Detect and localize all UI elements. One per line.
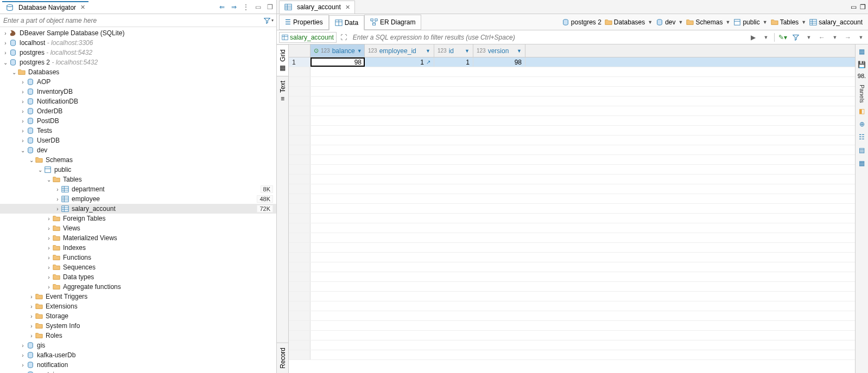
- tree-item-department[interactable]: department8K: [0, 184, 276, 194]
- cell-id[interactable]: 1: [434, 57, 473, 67]
- tree-arrow-icon[interactable]: [37, 167, 43, 173]
- tree-arrow-icon[interactable]: [20, 79, 26, 85]
- maximize-icon[interactable]: ❐: [860, 3, 866, 11]
- next-icon[interactable]: →: [843, 33, 853, 42]
- tree-item-public[interactable]: public: [0, 165, 276, 175]
- tree-item-salary-account[interactable]: salary_account72K: [0, 204, 276, 214]
- tree-item-postdb[interactable]: PostDB: [0, 116, 276, 126]
- tree-arrow-icon[interactable]: [28, 294, 35, 300]
- tree-item-tests[interactable]: Tests: [0, 126, 276, 136]
- filter-table-label[interactable]: salary_account: [279, 32, 337, 43]
- tree-item-employee[interactable]: employee48K: [0, 194, 276, 204]
- chevron-down-icon[interactable]: ▼: [679, 20, 683, 25]
- tree-item-event-triggers[interactable]: Event Triggers: [0, 292, 276, 301]
- next-dd-icon[interactable]: ▼: [856, 33, 866, 42]
- tree-arrow-icon[interactable]: [28, 313, 35, 319]
- tree-item-materialized-views[interactable]: Materialized Views: [0, 233, 276, 243]
- filter-funnel-icon[interactable]: [791, 33, 801, 42]
- tree-arrow-icon[interactable]: [20, 343, 26, 349]
- tree-arrow-icon[interactable]: [54, 196, 61, 202]
- tree-item-notification[interactable]: notification: [0, 360, 276, 370]
- tree-item-extensions[interactable]: Extensions: [0, 301, 276, 311]
- vtab-grid[interactable]: ▦ Grid: [277, 44, 288, 76]
- chevron-down-icon[interactable]: ▼: [465, 48, 470, 54]
- tree-item-orderdb[interactable]: OrderDB: [0, 106, 276, 116]
- chevron-down-icon[interactable]: ▼: [648, 20, 652, 25]
- tree-item-data-types[interactable]: Data types: [0, 272, 276, 282]
- tab-er-diagram[interactable]: ER Diagram: [364, 15, 421, 30]
- tree-item-system-info[interactable]: System Info: [0, 321, 276, 331]
- cell-balance[interactable]: 98: [311, 57, 365, 67]
- chevron-down-icon[interactable]: ▼: [517, 48, 522, 54]
- cell-employee_id[interactable]: 1↗: [365, 57, 434, 67]
- breadcrumb-postgres-2[interactable]: postgres 2: [562, 18, 601, 26]
- tree-arrow-icon[interactable]: [46, 284, 52, 290]
- arrow-left-icon[interactable]: ⇐: [218, 3, 226, 11]
- expand-icon[interactable]: ⛶: [339, 33, 349, 42]
- column-header-version[interactable]: 123 version▼: [473, 44, 525, 57]
- navigator-tree[interactable]: DBeaver Sample Database (SQLite)localhos…: [0, 27, 276, 373]
- tree-arrow-icon[interactable]: [46, 235, 52, 241]
- tree-arrow-icon[interactable]: [46, 216, 52, 222]
- tree-item-kafka-userdb[interactable]: kafka-userDb: [0, 350, 276, 360]
- chevron-down-icon[interactable]: ▼: [426, 48, 430, 54]
- tree-item-views[interactable]: Views: [0, 223, 276, 233]
- navigator-filter-input[interactable]: [0, 15, 261, 27]
- tree-item-gis[interactable]: gis: [0, 340, 276, 350]
- apply-filter-icon[interactable]: ▶: [748, 33, 758, 42]
- sql-filter-input[interactable]: [351, 34, 746, 41]
- chevron-down-icon[interactable]: ▼: [725, 20, 730, 25]
- arrow-right-icon[interactable]: ⇒: [230, 3, 238, 11]
- tree-arrow-icon[interactable]: [46, 274, 52, 280]
- tree-arrow-icon[interactable]: [20, 138, 26, 144]
- chevron-down-icon[interactable]: ▼: [801, 20, 806, 25]
- panels-label[interactable]: Panels: [859, 85, 865, 103]
- filter-dropdown-icon[interactable]: ▼: [761, 33, 771, 42]
- minimize-icon[interactable]: ▭: [851, 3, 857, 11]
- tree-item-tables[interactable]: Tables: [0, 175, 276, 184]
- chevron-down-icon[interactable]: ▼: [763, 20, 768, 25]
- table-row[interactable]: 1981↗198: [289, 57, 855, 67]
- save-icon[interactable]: 💾: [857, 60, 867, 69]
- tree-item-dev[interactable]: dev: [0, 145, 276, 155]
- panel-btn-5[interactable]: ▦: [857, 158, 867, 168]
- tree-arrow-icon[interactable]: [2, 50, 9, 56]
- close-icon[interactable]: ✕: [80, 4, 85, 11]
- tree-arrow-icon[interactable]: [46, 226, 52, 231]
- filter-funnel-dd-icon[interactable]: ▼: [804, 33, 814, 42]
- panel-btn-3[interactable]: ☷: [857, 132, 867, 142]
- column-header-balance[interactable]: ⊙123 balance▼: [311, 44, 365, 57]
- tree-arrow-icon[interactable]: [20, 108, 26, 114]
- breadcrumb-public[interactable]: public▼: [733, 18, 767, 26]
- prev-icon[interactable]: ←: [817, 33, 827, 42]
- breadcrumb-dev[interactable]: dev▼: [656, 18, 683, 26]
- maximize-icon[interactable]: ❐: [265, 3, 274, 11]
- breadcrumb-tables[interactable]: Tables▼: [771, 18, 807, 26]
- minimize-icon[interactable]: ▭: [254, 3, 262, 11]
- tree-arrow-icon[interactable]: [20, 128, 26, 134]
- tree-item-localhost[interactable]: localhost - localhost:3306: [0, 38, 276, 48]
- vtab-text[interactable]: ≡ Text: [277, 76, 288, 107]
- tree-arrow-icon[interactable]: [20, 118, 26, 124]
- refresh-icon[interactable]: ✎▾: [778, 33, 788, 42]
- tree-item-userdb[interactable]: UserDB: [0, 136, 276, 145]
- panel-btn-4[interactable]: ▤: [857, 145, 867, 155]
- tree-arrow-icon[interactable]: [28, 304, 35, 310]
- tree-item-aggregate-functions[interactable]: Aggregate functions: [0, 282, 276, 292]
- tree-item-postgres[interactable]: postgres - localhost:5432: [0, 48, 276, 57]
- editor-tab[interactable]: salary_account ✕: [279, 1, 355, 14]
- column-header-employee_id[interactable]: 123 employee_id▼: [365, 44, 434, 57]
- grid-rows[interactable]: 1981↗198: [289, 57, 855, 373]
- row-number[interactable]: 1: [289, 57, 311, 67]
- tree-item-databases[interactable]: Databases: [0, 67, 276, 77]
- tab-properties[interactable]: ☰ Properties: [279, 15, 329, 30]
- prev-dd-icon[interactable]: ▼: [830, 33, 840, 42]
- tree-item-functions[interactable]: Functions: [0, 253, 276, 262]
- tree-arrow-icon[interactable]: [2, 60, 9, 66]
- tree-arrow-icon[interactable]: [46, 177, 52, 183]
- cell-version[interactable]: 98: [473, 57, 525, 67]
- tree-arrow-icon[interactable]: [54, 186, 61, 192]
- breadcrumb-schemas[interactable]: Schemas▼: [686, 18, 730, 26]
- panel-btn-2[interactable]: ⊕: [857, 119, 867, 129]
- tree-arrow-icon[interactable]: [20, 99, 26, 105]
